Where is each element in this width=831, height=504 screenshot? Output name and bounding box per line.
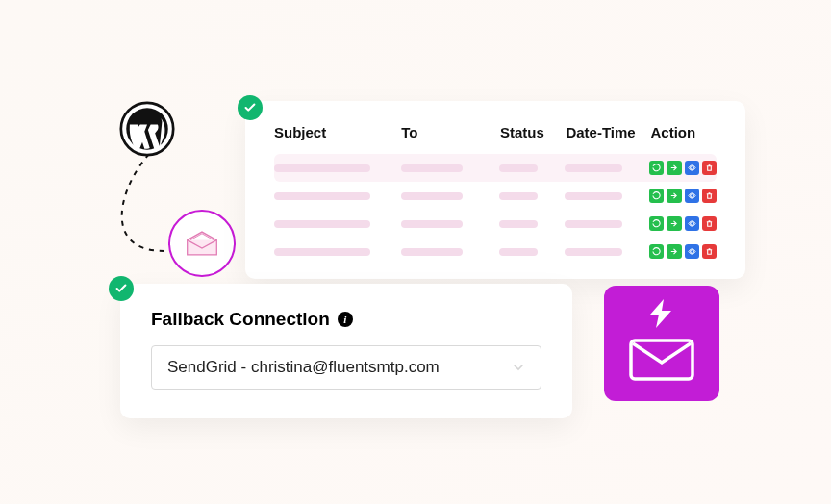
placeholder-bar (499, 220, 538, 228)
col-header-to: To (401, 124, 500, 140)
col-header-datetime: Date-Time (566, 124, 650, 140)
delete-button[interactable] (702, 216, 717, 231)
check-icon (109, 276, 134, 301)
placeholder-bar (499, 164, 538, 172)
wordpress-logo (119, 101, 175, 157)
placeholder-bar (274, 164, 370, 172)
table-row (274, 182, 717, 210)
chevron-down-icon (512, 361, 525, 374)
fluent-smtp-app-icon (604, 286, 719, 401)
fallback-connection-card: Fallback Connection i SendGrid - christi… (120, 284, 572, 418)
table-row (274, 238, 717, 265)
col-header-action: Action (650, 124, 717, 140)
delete-button[interactable] (702, 189, 717, 203)
view-button[interactable] (685, 244, 699, 259)
view-button[interactable] (685, 161, 699, 175)
resend-button[interactable] (649, 216, 664, 231)
svg-point-2 (690, 166, 693, 170)
info-icon[interactable]: i (338, 312, 353, 327)
retry-button[interactable] (667, 161, 681, 175)
delete-button[interactable] (702, 244, 717, 259)
table-header-row: Subject To Status Date-Time Action (274, 124, 717, 140)
view-button[interactable] (685, 216, 699, 231)
placeholder-bar (565, 220, 622, 228)
placeholder-bar (401, 164, 463, 172)
placeholder-bar (274, 192, 370, 200)
svg-point-3 (690, 194, 693, 198)
placeholder-bar (499, 248, 538, 256)
fallback-selected-value: SendGrid - christina@fluentsmtp.com (167, 358, 440, 377)
fallback-title: Fallback Connection (151, 309, 330, 330)
svg-point-5 (690, 250, 693, 254)
placeholder-bar (565, 192, 622, 200)
placeholder-bar (401, 220, 463, 228)
delete-button[interactable] (702, 161, 717, 175)
placeholder-bar (274, 248, 370, 256)
resend-button[interactable] (649, 189, 664, 203)
placeholder-bar (499, 192, 538, 200)
resend-button[interactable] (649, 161, 664, 175)
check-icon (238, 95, 263, 120)
svg-point-4 (690, 222, 693, 226)
resend-button[interactable] (649, 244, 664, 259)
retry-button[interactable] (667, 189, 681, 203)
placeholder-bar (401, 248, 463, 256)
col-header-status: Status (500, 124, 567, 140)
envelope-circle-icon (168, 210, 236, 277)
retry-button[interactable] (667, 244, 681, 259)
email-log-table: Subject To Status Date-Time Action (245, 101, 745, 279)
retry-button[interactable] (667, 216, 681, 231)
fallback-select[interactable]: SendGrid - christina@fluentsmtp.com (151, 345, 541, 390)
placeholder-bar (274, 220, 370, 228)
table-row (274, 154, 717, 182)
col-header-subject: Subject (274, 124, 401, 140)
placeholder-bar (565, 248, 622, 256)
table-row (274, 210, 717, 238)
view-button[interactable] (685, 189, 699, 203)
placeholder-bar (401, 192, 463, 200)
placeholder-bar (565, 164, 622, 172)
